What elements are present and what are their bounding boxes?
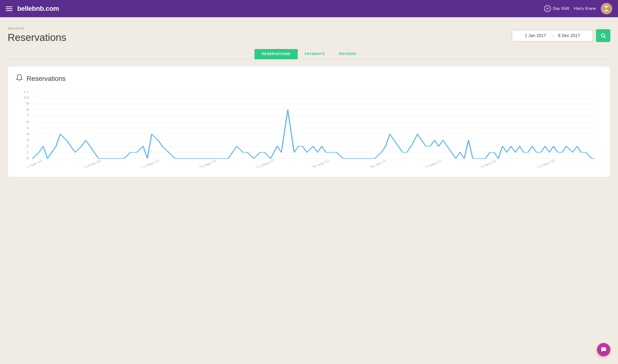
chart-card: Reservations 0 xyxy=(8,66,610,177)
day-shift[interactable]: Day Shift xyxy=(544,5,569,12)
svg-text:16 Apr 17: 16 Apr 17 xyxy=(198,159,218,168)
svg-text:3 Sep 17: 3 Sep 17 xyxy=(424,159,443,168)
breadcrumb: REPORTS xyxy=(8,27,66,30)
chart-title: Reservations xyxy=(27,75,66,82)
svg-text:12 Nov 17: 12 Nov 17 xyxy=(536,159,557,168)
tab-reservations[interactable]: RESERVATIONS xyxy=(255,49,297,59)
page-content: REPORTS Reservations 1 Jan 2017 → 8 Dec … xyxy=(0,17,618,185)
header-left: bellebnb.com xyxy=(6,5,59,13)
svg-text:12 Mar 17: 12 Mar 17 xyxy=(140,159,161,168)
date-arrow: → xyxy=(550,33,554,38)
svg-text:1 Jan 17: 1 Jan 17 xyxy=(25,159,44,168)
svg-text:6: 6 xyxy=(26,120,29,123)
svg-text:21 May 17: 21 May 17 xyxy=(255,159,276,168)
user-name: Harry Krane xyxy=(574,6,596,11)
svg-text:0: 0 xyxy=(26,157,29,160)
page-header-left: REPORTS Reservations xyxy=(8,27,66,43)
hamburger-menu[interactable] xyxy=(6,6,13,11)
svg-line-6 xyxy=(548,10,549,10)
header-right: Day Shift Harry Krane 👨‍🍳 xyxy=(544,3,612,14)
day-shift-icon xyxy=(544,5,551,12)
svg-text:10: 10 xyxy=(23,96,29,99)
day-shift-label: Day Shift xyxy=(553,6,569,11)
svg-text:5: 5 xyxy=(26,126,29,130)
page-header: REPORTS Reservations 1 Jan 2017 → 8 Dec … xyxy=(8,27,610,43)
chart-svg: 0 1 2 3 4 5 6 7 8 9 10 11 1 Jan 17 xyxy=(15,91,603,168)
avatar: 👨‍🍳 xyxy=(601,3,612,14)
svg-line-8 xyxy=(548,7,549,8)
chart-area: 0 1 2 3 4 5 6 7 8 9 10 11 1 Jan 17 xyxy=(15,91,603,168)
date-range-picker[interactable]: 1 Jan 2017 → 8 Dec 2017 xyxy=(512,30,593,42)
svg-text:25 Jun 17: 25 Jun 17 xyxy=(310,159,331,168)
svg-text:7: 7 xyxy=(26,114,29,117)
date-end: 8 Dec 2017 xyxy=(558,33,580,38)
tab-reviews[interactable]: REVIEWS xyxy=(332,49,363,59)
svg-text:3: 3 xyxy=(26,139,29,142)
date-start: 1 Jan 2017 xyxy=(525,33,546,38)
svg-text:1: 1 xyxy=(26,150,29,154)
svg-text:30 Jul 17: 30 Jul 17 xyxy=(368,159,388,168)
tabs-row: RESERVATIONS PAYMENTS REVIEWS xyxy=(8,49,610,59)
svg-text:4: 4 xyxy=(26,132,29,136)
svg-text:8: 8 xyxy=(26,108,29,111)
search-button[interactable] xyxy=(596,29,610,42)
svg-text:2: 2 xyxy=(26,144,29,148)
header: bellebnb.com Day Shift Harry Krane xyxy=(0,0,618,17)
tab-payments[interactable]: PAYMENTS xyxy=(298,49,332,59)
page-title: Reservations xyxy=(8,32,66,43)
svg-line-7 xyxy=(546,10,547,10)
svg-text:11: 11 xyxy=(23,91,29,93)
svg-point-0 xyxy=(547,8,548,9)
svg-text:8 Oct 17: 8 Oct 17 xyxy=(479,159,498,168)
svg-line-5 xyxy=(546,7,547,8)
chart-title-row: Reservations xyxy=(15,74,603,83)
svg-text:5 Feb 17: 5 Feb 17 xyxy=(83,159,103,168)
page-header-right: 1 Jan 2017 → 8 Dec 2017 xyxy=(512,29,610,42)
svg-text:9: 9 xyxy=(26,102,29,105)
logo: bellebnb.com xyxy=(17,5,59,13)
bell-icon xyxy=(15,74,23,83)
